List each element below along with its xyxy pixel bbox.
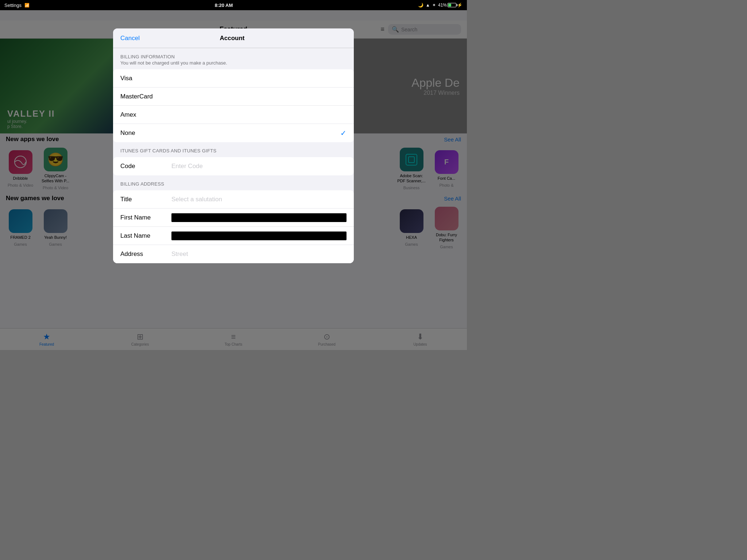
visa-label: Visa (120, 75, 347, 82)
last-name-label: Last Name (120, 232, 171, 240)
address-row[interactable]: Address Street (113, 245, 354, 263)
code-label: Code (120, 163, 171, 170)
bluetooth-icon: ✶ (432, 3, 436, 8)
gift-cards-section-label: ITUNES GIFT CARDS AND ITUNES GIFTS (120, 148, 347, 153)
title-row[interactable]: Title Select a salutation (113, 190, 354, 209)
gift-cards-group: Code Enter Code (113, 157, 354, 175)
last-name-input[interactable] (171, 232, 347, 240)
modal-header: Cancel Account (113, 28, 354, 48)
status-right: 🌙 ▲ ✶ 41% ⚡ (418, 3, 462, 8)
title-label: Title (120, 196, 171, 203)
payment-option-visa[interactable]: Visa (113, 69, 354, 88)
billing-address-header: BILLING ADDRESS (113, 175, 354, 190)
status-bar: Settings 📶 8:20 AM 🌙 ▲ ✶ 41% ⚡ (0, 0, 467, 10)
settings-label: Settings (4, 3, 22, 8)
battery-percent: 41% (438, 3, 447, 8)
wifi-icon: 📶 (24, 3, 30, 8)
first-name-input[interactable] (171, 213, 347, 222)
modal-title: Account (220, 35, 244, 42)
billing-address-group: Title Select a salutation First Name Las… (113, 190, 354, 263)
account-modal: Cancel Account BILLING INFORMATION You w… (113, 28, 354, 263)
payment-option-amex[interactable]: Amex (113, 106, 354, 124)
billing-address-section-label: BILLING ADDRESS (120, 181, 347, 187)
battery-icon (448, 3, 456, 7)
none-label: None (120, 129, 340, 137)
location-icon: ▲ (426, 3, 430, 8)
battery-fill (448, 4, 451, 7)
battery-container: 41% ⚡ (438, 3, 462, 8)
last-name-row[interactable]: Last Name (113, 227, 354, 245)
charging-icon: ⚡ (457, 3, 462, 8)
none-checkmark: ✓ (340, 129, 347, 137)
first-name-label: First Name (120, 214, 171, 221)
address-label: Address (120, 250, 171, 258)
first-name-row[interactable]: First Name (113, 209, 354, 227)
payment-option-mastercard[interactable]: MasterCard (113, 88, 354, 106)
title-input[interactable]: Select a salutation (171, 196, 347, 203)
code-row[interactable]: Code Enter Code (113, 157, 354, 175)
address-input[interactable]: Street (171, 250, 347, 258)
moon-icon: 🌙 (418, 3, 423, 8)
modal-body: BILLING INFORMATION You will not be char… (113, 48, 354, 263)
billing-section-label: BILLING INFORMATION (120, 54, 347, 59)
mastercard-label: MasterCard (120, 93, 347, 100)
gift-cards-header: ITUNES GIFT CARDS AND ITUNES GIFTS (113, 142, 354, 157)
billing-info-header: BILLING INFORMATION You will not be char… (113, 48, 354, 69)
code-input[interactable]: Enter Code (171, 163, 347, 170)
billing-section-subtext: You will not be charged until you make a… (120, 60, 347, 66)
status-time: 8:20 AM (215, 3, 233, 8)
payment-option-none[interactable]: None ✓ (113, 124, 354, 142)
status-left: Settings 📶 (4, 3, 30, 8)
cancel-button[interactable]: Cancel (120, 35, 140, 42)
amex-label: Amex (120, 111, 347, 118)
payment-options-group: Visa MasterCard Amex None ✓ (113, 69, 354, 142)
